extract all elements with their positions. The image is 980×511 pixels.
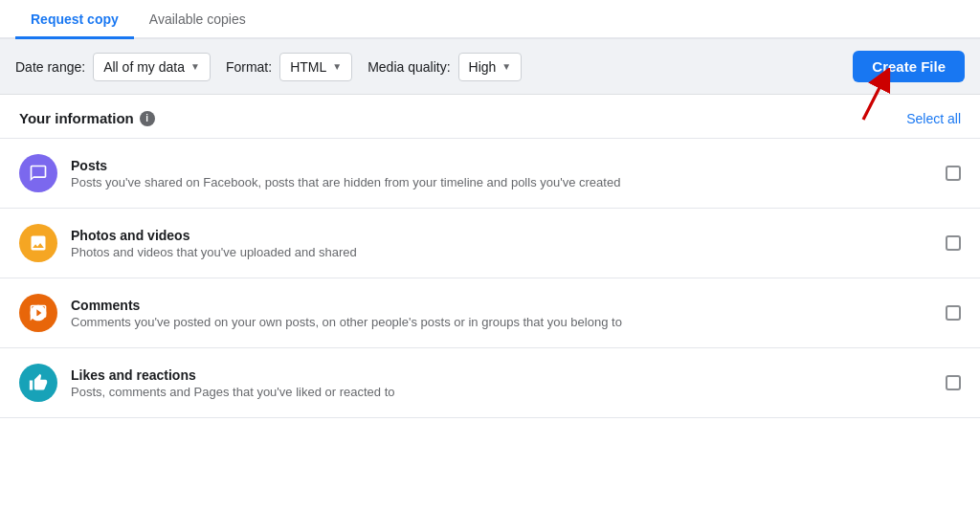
likes-reactions-desc: Posts, comments and Pages that you've li…: [71, 385, 946, 399]
likes-reactions-text: Likes and reactions Posts, comments and …: [71, 367, 946, 399]
likes-reactions-title: Likes and reactions: [71, 367, 946, 383]
media-quality-value: High: [469, 59, 497, 75]
comments-desc: Comments you've posted on your own posts…: [71, 315, 946, 329]
comments-icon: [19, 294, 57, 332]
photos-videos-title: Photos and videos: [71, 228, 946, 243]
section-title-wrap: Your information i: [19, 110, 155, 126]
list-item: Likes and reactions Posts, comments and …: [0, 348, 980, 418]
format-label: Format:: [226, 59, 272, 75]
format-arrow-icon: ▼: [332, 61, 342, 72]
date-range-arrow-icon: ▼: [190, 61, 200, 72]
posts-checkbox[interactable]: [946, 166, 961, 181]
section-title: Your information: [19, 110, 134, 126]
main-container: Request copy Available copies Date range…: [0, 0, 980, 511]
comments-title: Comments: [71, 298, 946, 313]
tab-available-copies[interactable]: Available copies: [134, 0, 261, 39]
content-area: Your information i Select all Posts Post…: [0, 95, 980, 418]
list-item: Comments Comments you've posted on your …: [0, 278, 980, 348]
date-range-label: Date range:: [15, 59, 85, 75]
create-file-button[interactable]: Create File: [853, 51, 965, 82]
posts-icon: [19, 154, 57, 192]
toolbar: Date range: All of my data ▼ Format: HTM…: [0, 39, 980, 95]
media-quality-label: Media quality:: [368, 59, 450, 75]
media-quality-arrow-icon: ▼: [501, 61, 511, 72]
media-quality-dropdown[interactable]: High ▼: [458, 53, 523, 81]
photos-videos-text: Photos and videos Photos and videos that…: [71, 228, 946, 259]
list-item: Photos and videos Photos and videos that…: [0, 209, 980, 278]
tab-request-copy[interactable]: Request copy: [15, 0, 134, 39]
format-value: HTML: [290, 59, 326, 75]
info-icon[interactable]: i: [140, 111, 155, 126]
list-item: Posts Posts you've shared on Facebook, p…: [0, 139, 980, 209]
comments-text: Comments Comments you've posted on your …: [71, 298, 946, 329]
format-dropdown[interactable]: HTML ▼: [279, 53, 352, 81]
date-range-value: All of my data: [103, 59, 185, 75]
posts-title: Posts: [71, 158, 946, 173]
section-header: Your information i Select all: [0, 95, 980, 139]
date-range-dropdown[interactable]: All of my data ▼: [93, 53, 211, 81]
likes-reactions-icon: [19, 364, 57, 402]
posts-desc: Posts you've shared on Facebook, posts t…: [71, 175, 946, 189]
tabs-bar: Request copy Available copies: [0, 0, 980, 39]
select-all-link[interactable]: Select all: [906, 111, 961, 126]
posts-text: Posts Posts you've shared on Facebook, p…: [71, 158, 946, 189]
photos-videos-icon: [19, 224, 57, 262]
likes-reactions-checkbox[interactable]: [946, 375, 961, 390]
comments-checkbox[interactable]: [946, 305, 961, 321]
photos-videos-checkbox[interactable]: [946, 235, 961, 251]
photos-videos-desc: Photos and videos that you've uploaded a…: [71, 245, 946, 259]
